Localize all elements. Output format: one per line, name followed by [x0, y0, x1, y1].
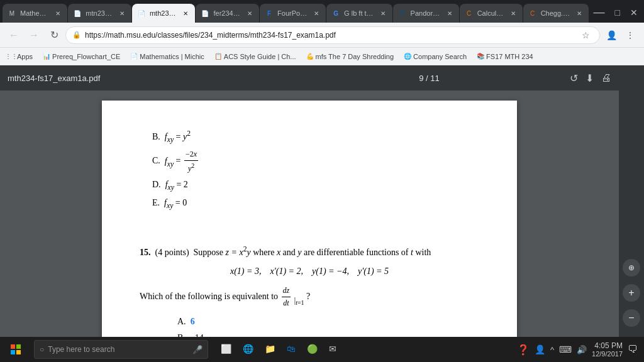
clock-time: 4:05 PM — [592, 341, 623, 350]
menu-button[interactable]: ⋮ — [621, 26, 639, 44]
taskbar-app-cortana[interactable]: ⬜ — [216, 339, 236, 359]
bookmark-company-label: Company Search — [413, 53, 467, 60]
keyboard-icon[interactable]: ⌨ — [558, 343, 573, 356]
tab-close-mth234-active[interactable]: ✕ — [181, 9, 190, 18]
tab-favicon-fer234: 📄 — [201, 9, 209, 18]
bookmark-acs-label: ACS Style Guide | Ch... — [224, 53, 296, 60]
tab-calculus[interactable]: C Calculus... ✕ — [460, 4, 523, 23]
q15-choices: A. 6 B. −14 C. −15 D. −3 E. −84 — [165, 315, 479, 337]
tab-chegg[interactable]: C Chegg.cc... ✕ — [523, 4, 589, 23]
pdf-refresh-button[interactable]: ↺ — [570, 72, 578, 84]
chrome-icon: 🟢 — [307, 344, 318, 354]
tab-google[interactable]: G G lb ft to ps ✕ — [326, 4, 392, 23]
tab-close-chegg[interactable]: ✕ — [575, 9, 584, 18]
pdf-header: mth234-fs17_exam1a.pdf 9 / 11 ↺ ⬇ 🖨 — [0, 65, 619, 90]
taskbar-apps-area: ⬜ 🌐 📁 🛍 🟢 ✉ — [211, 339, 516, 359]
zoom-out-button[interactable]: − — [623, 309, 640, 327]
bookmark-prereq[interactable]: 📊 Prereq_Flowchart_CE — [40, 52, 123, 62]
tab-close-mathema[interactable]: ✕ — [53, 9, 62, 18]
q15-given: x(1) = 3, x′(1) = 2, y(1) = −4, y′(1) = … — [140, 265, 479, 278]
company-icon: 🌐 — [404, 53, 411, 60]
pdf-viewer: mth234-fs17_exam1a.pdf 9 / 11 ↺ ⬇ 🖨 B. f… — [0, 65, 619, 337]
bookmark-acs[interactable]: 📋 ACS Style Guide | Ch... — [212, 52, 299, 62]
prev-answer-c: C. fxy = −2x y2 — [152, 148, 479, 175]
pdf-page-info: 9 / 11 — [289, 74, 570, 83]
taskbar-app-chrome[interactable]: 🟢 — [302, 339, 323, 359]
tab-favicon-pandora: P — [398, 9, 407, 18]
close-button[interactable]: ✕ — [626, 6, 641, 19]
tab-fourpoint[interactable]: F FourPoint... ✕ — [260, 4, 326, 23]
address-bar[interactable]: 🔒 https://math.msu.edu/classes/files/234… — [65, 26, 600, 44]
tab-close-fourpoint[interactable]: ✕ — [312, 9, 321, 18]
user-tray-icon[interactable]: 👤 — [533, 343, 547, 356]
side-panel: ⊕ + − — [619, 65, 644, 337]
tab-mth234-active[interactable]: 📄 mth234 f... ✕ — [132, 4, 196, 23]
tab-favicon-chegg: C — [528, 9, 537, 18]
reload-button[interactable]: ↻ — [45, 26, 63, 44]
start-button[interactable] — [0, 337, 31, 362]
bookmark-apps[interactable]: ⋮⋮ Apps — [5, 52, 35, 62]
bookmark-7day[interactable]: 💪 mfs The 7 Day Shredding — [304, 52, 397, 62]
svg-rect-3 — [16, 350, 21, 354]
tab-pandora[interactable]: P Pandora f... ✕ — [393, 4, 459, 23]
maximize-button[interactable]: □ — [611, 6, 624, 19]
microphone-icon[interactable]: 🎤 — [192, 345, 203, 354]
zoom-in-more-button[interactable]: ⊕ — [623, 259, 640, 277]
toolbar-right: 👤 ⋮ — [602, 26, 639, 44]
tab-controls: — □ ✕ — [590, 4, 641, 23]
bookmark-mathematics[interactable]: 📄 Mathematics | Michic — [128, 52, 207, 62]
tab-title-calculus: Calculus... — [477, 9, 505, 17]
svg-rect-1 — [16, 344, 21, 349]
minimize-button[interactable]: — — [590, 4, 609, 20]
bookmark-prereq-label: Prereq_Flowchart_CE — [52, 53, 120, 60]
bookmark-mathematics-label: Mathematics | Michic — [140, 53, 204, 60]
bookmark-apps-label: Apps — [17, 53, 33, 60]
tab-favicon-fourpoint: F — [265, 9, 274, 18]
tab-favicon-google: G — [331, 9, 340, 18]
zoom-in-button[interactable]: + — [623, 284, 640, 302]
svg-rect-2 — [11, 350, 15, 354]
question-tray-icon[interactable]: ❓ — [516, 343, 531, 357]
pdf-download-button[interactable]: ⬇ — [586, 72, 594, 84]
svg-rect-0 — [11, 344, 15, 349]
account-button[interactable]: 👤 — [602, 26, 620, 44]
tab-favicon-mth234-active: 📄 — [137, 9, 146, 18]
volume-icon[interactable]: 🔊 — [575, 344, 588, 356]
sys-tray-icons: ❓ 👤 ^ ⌨ 🔊 — [516, 343, 588, 357]
tab-fer234[interactable]: 📄 fer234 fir... ✕ — [196, 4, 259, 23]
tab-title-mth234-active: mth234 f... — [150, 9, 178, 17]
taskbar-search-box[interactable]: ○ Type here to search 🎤 — [34, 340, 208, 359]
shredding-icon: 💪 — [306, 53, 314, 60]
pdf-print-button[interactable]: 🖨 — [601, 72, 611, 84]
bookmark-fs17-label: FS17 MTH 234 — [486, 53, 533, 60]
back-button[interactable]: ← — [5, 26, 23, 44]
tab-mtn234-1[interactable]: 📄 mtn234 f... ✕ — [68, 4, 131, 23]
pdf-title: mth234-fs17_exam1a.pdf — [8, 74, 289, 83]
tab-close-fer234[interactable]: ✕ — [245, 9, 254, 18]
taskbar-app-edge[interactable]: 🌐 — [238, 339, 258, 359]
prev-answer-b: B. fxy = y2 — [152, 128, 479, 146]
taskbar-search-placeholder: Type here to search — [48, 345, 114, 354]
taskbar-clock[interactable]: 4:05 PM 12/9/2017 — [592, 341, 623, 358]
tab-title-mathema: Mathema... — [20, 9, 50, 17]
tab-close-mtn234-1[interactable]: ✕ — [118, 9, 126, 18]
tab-close-pandora[interactable]: ✕ — [445, 9, 454, 18]
taskbar-app-store[interactable]: 🛍 — [282, 339, 301, 359]
pdf-scroll[interactable]: B. fxy = y2 C. fxy = −2x y2 D. fxy = 2 — [0, 90, 619, 337]
forward-button[interactable]: → — [25, 26, 43, 44]
question-15: 15. (4 points) Suppose z = x2y where x a… — [140, 244, 479, 260]
tab-close-google[interactable]: ✕ — [379, 9, 387, 18]
tab-mathema[interactable]: M Mathema... ✕ — [3, 4, 67, 23]
url-text: https://math.msu.edu/classes/files/234_m… — [85, 31, 574, 40]
taskbar-app-explorer[interactable]: 📁 — [260, 339, 280, 359]
taskbar-right: ❓ 👤 ^ ⌨ 🔊 4:05 PM 12/9/2017 🗨 — [516, 341, 644, 358]
taskbar-app-mail[interactable]: ✉ — [324, 339, 341, 359]
store-icon: 🛍 — [287, 344, 296, 354]
bookmark-company[interactable]: 🌐 Company Search — [401, 52, 469, 62]
notification-button[interactable]: 🗨 — [626, 343, 639, 356]
tab-close-calculus[interactable]: ✕ — [509, 9, 518, 18]
q15-points: (4 points) — [155, 247, 189, 256]
bookmark-fs17[interactable]: 📚 FS17 MTH 234 — [474, 52, 536, 62]
bookmark-star-button[interactable]: ☆ — [578, 28, 593, 43]
chevron-up-icon[interactable]: ^ — [549, 344, 555, 356]
